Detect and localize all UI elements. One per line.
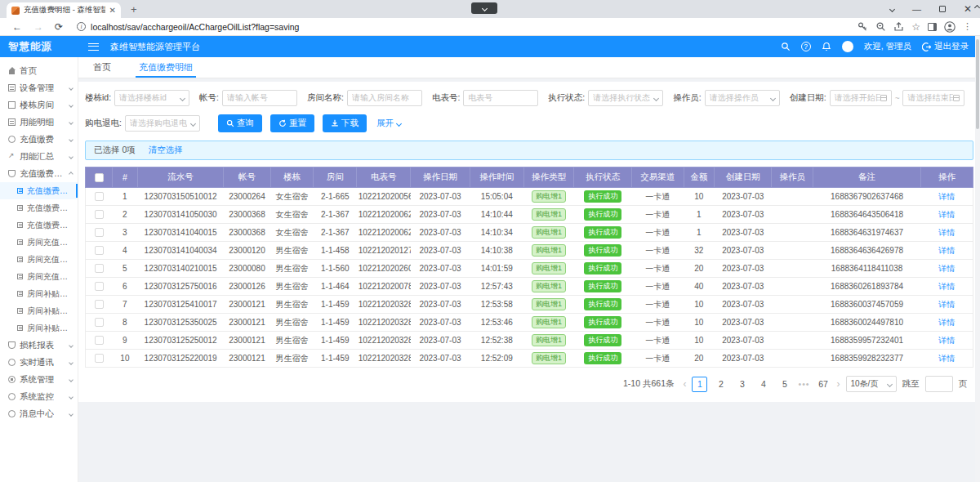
tab-search-icon[interactable] <box>889 6 895 11</box>
page-scrollbar[interactable] <box>975 36 980 482</box>
sidebar-item[interactable]: 充值缴费报表 <box>0 165 78 182</box>
sidebar-item-active[interactable]: 充值缴费明细 <box>0 182 78 199</box>
row-checkbox[interactable] <box>95 192 104 201</box>
sidebar-item[interactable]: 系统管理 <box>0 371 78 388</box>
search-button[interactable]: 查询 <box>218 114 262 132</box>
filter-select[interactable]: 请选择执行状态 <box>588 90 663 106</box>
page-number[interactable]: 1 <box>692 377 707 392</box>
next-page-icon[interactable]: › <box>837 378 840 390</box>
filter-select[interactable]: 请选择楼栋id <box>114 90 189 106</box>
reset-button[interactable]: 重置 <box>270 114 314 132</box>
close-window-button[interactable]: ✕ <box>964 3 972 15</box>
sidebar-item[interactable]: 系统监控 <box>0 388 78 405</box>
sidebar-item[interactable]: 充值缴费明细报表 <box>0 199 78 216</box>
minimize-button[interactable]: — <box>912 4 921 14</box>
detail-link[interactable]: 详情 <box>938 300 955 309</box>
clear-selection-link[interactable]: 清空选择 <box>149 145 183 156</box>
help-icon[interactable]: ? <box>801 42 811 51</box>
header-search-icon[interactable] <box>781 42 791 51</box>
detail-link[interactable]: 详情 <box>938 282 955 291</box>
start-date-input[interactable]: 请选择开始日期 <box>830 90 892 106</box>
page-number[interactable]: 4 <box>755 377 771 392</box>
detail-link[interactable]: 详情 <box>938 354 955 363</box>
sidebar-item[interactable]: 消息中心 <box>0 405 78 422</box>
sidebar-item[interactable]: 设备管理 <box>0 79 78 96</box>
back-icon[interactable]: ← <box>12 21 22 33</box>
url-text[interactable]: localhost/sav/acchargeoil/AcChargeOilLis… <box>91 22 858 32</box>
row-checkbox[interactable] <box>95 210 104 219</box>
detail-link[interactable]: 详情 <box>938 192 955 201</box>
detail-link[interactable]: 详情 <box>938 264 955 273</box>
filter-input[interactable]: 请输入房间名称 <box>347 90 422 106</box>
download-button[interactable]: 下载 <box>323 114 367 132</box>
detail-link[interactable]: 详情 <box>938 228 955 237</box>
side-panel-icon[interactable] <box>928 23 937 31</box>
bell-icon[interactable] <box>822 42 831 51</box>
page-number[interactable]: 2 <box>713 377 728 392</box>
reload-icon[interactable]: ⟳ <box>55 21 63 33</box>
tab-close-icon[interactable]: ✕ <box>109 7 116 15</box>
row-checkbox[interactable] <box>95 264 104 273</box>
sidebar-item[interactable]: 用能汇总 <box>0 148 78 165</box>
browser-tab[interactable]: 充值缴费明细 - 森维智慧能源管 ✕ <box>7 2 121 18</box>
sidebar-item[interactable]: 损耗报表 <box>0 337 78 354</box>
page-number[interactable]: 5 <box>777 377 792 392</box>
sidebar-item[interactable]: 房间充值缴费日报 <box>0 234 78 251</box>
zoom-icon[interactable] <box>875 21 886 32</box>
operation-time: 14:10:38 <box>470 242 523 260</box>
detail-link[interactable]: 详情 <box>938 336 955 345</box>
share-icon[interactable] <box>893 21 904 32</box>
row-checkbox[interactable] <box>95 336 104 345</box>
sidebar-item[interactable]: 房间充值缴费年报 <box>0 268 78 285</box>
tab-home[interactable]: 首页 <box>93 57 111 78</box>
prev-page-icon[interactable]: ‹ <box>683 378 686 390</box>
browser-menu-icon[interactable]: ⋮ <box>963 21 972 32</box>
expand-link[interactable]: 展开 <box>376 118 401 129</box>
filter-input[interactable]: 电表号 <box>463 90 538 106</box>
row-checkbox[interactable] <box>95 282 104 291</box>
scrollbar-thumb[interactable] <box>976 39 979 129</box>
sidebar-item[interactable]: 楼栋房间 <box>0 96 78 114</box>
jump-page-input[interactable] <box>925 376 953 392</box>
bookmark-star-icon[interactable]: ☆ <box>911 22 920 32</box>
sidebar-item[interactable]: 房间补贴月报 <box>0 302 78 319</box>
sidebar-item[interactable]: 房间充值缴费月报 <box>0 251 78 268</box>
sidebar-item[interactable]: 房间补贴年报 <box>0 319 78 337</box>
sidebar-item[interactable]: 充值缴费 <box>0 131 78 148</box>
key-icon[interactable] <box>858 21 868 32</box>
row-checkbox[interactable] <box>95 228 104 237</box>
exec-status-cell: 执行成功 <box>574 296 631 314</box>
tab-dropdown-button[interactable] <box>471 2 497 14</box>
page-number[interactable]: 67 <box>816 377 831 392</box>
sidebar-item[interactable]: 实时通讯 <box>0 354 78 371</box>
operator <box>772 188 813 206</box>
sidebar-item[interactable]: 首页 <box>0 62 78 79</box>
sidebar-item[interactable]: 充值缴费提示记录 <box>0 216 78 234</box>
end-date-input[interactable]: 请选择结束日期 <box>902 90 964 106</box>
sidebar-item[interactable]: 房间补贴日报 <box>0 285 78 302</box>
tab-recharge-detail[interactable]: 充值缴费明细 <box>139 57 193 78</box>
row-checkbox[interactable] <box>95 354 104 363</box>
forward-icon[interactable]: → <box>33 21 43 33</box>
user-avatar[interactable] <box>842 41 853 52</box>
detail-link[interactable]: 详情 <box>938 210 955 219</box>
purchase-refund-select[interactable]: 请选择购电退电 <box>125 115 200 132</box>
select-all-checkbox[interactable] <box>95 173 104 182</box>
page-number[interactable]: 3 <box>734 377 750 392</box>
row-checkbox[interactable] <box>95 300 104 309</box>
site-info-icon[interactable]: i <box>77 22 86 31</box>
chevron-up-icon[interactable] <box>974 5 980 11</box>
detail-link[interactable]: 详情 <box>938 246 955 255</box>
row-checkbox[interactable] <box>95 246 104 255</box>
menu-collapse-icon[interactable] <box>88 43 99 51</box>
detail-link[interactable]: 详情 <box>938 318 955 327</box>
new-tab-button[interactable]: + <box>131 3 137 16</box>
filter-input[interactable]: 请输入帐号 <box>222 90 297 106</box>
filter-select[interactable]: 请选择操作员 <box>705 90 780 106</box>
sidebar-item[interactable]: 用能明细 <box>0 114 78 131</box>
page-size-select[interactable]: 10条/页 <box>846 376 897 392</box>
profile-avatar-icon[interactable] <box>944 21 956 33</box>
logout-button[interactable]: 退出登录 <box>922 41 969 52</box>
row-checkbox[interactable] <box>95 318 104 327</box>
maximize-button[interactable] <box>939 6 946 12</box>
